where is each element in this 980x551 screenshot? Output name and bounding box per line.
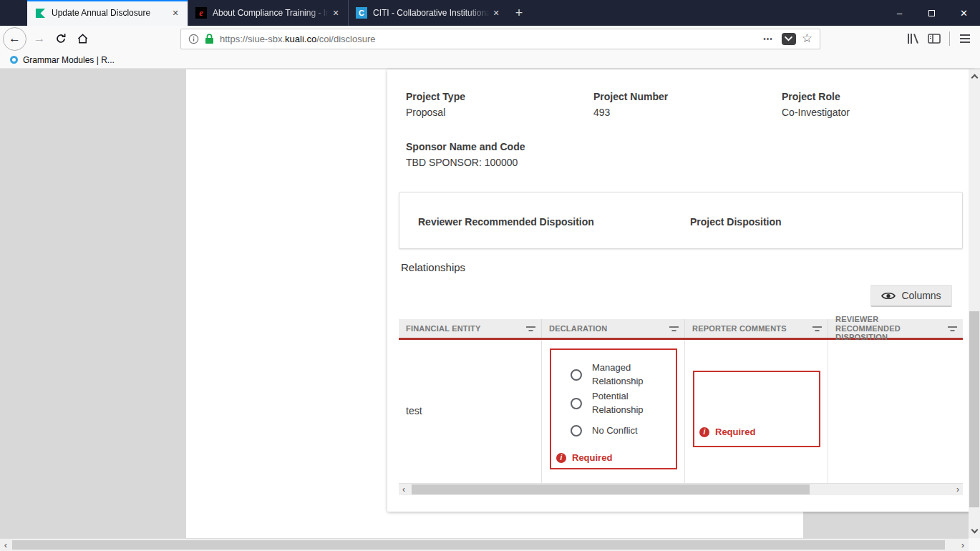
explorer-icon: e: [195, 7, 207, 19]
page-viewport: Project Type Proposal Project Number 493…: [0, 69, 980, 551]
tab-close-icon[interactable]: ✕: [169, 6, 182, 19]
disclosure-card: Project Type Proposal Project Number 493…: [387, 69, 974, 512]
scrollbar-corner: [969, 538, 980, 551]
column-header-declaration: DECLARATION: [542, 319, 685, 338]
page-actions: ••• ☆: [759, 31, 815, 47]
radio-icon[interactable]: [571, 425, 582, 437]
info-icon: i: [699, 427, 709, 437]
field-value: TBD SPONSOR: 100000: [406, 157, 585, 168]
minimize-button[interactable]: –: [883, 0, 916, 26]
bookmarks-bar: Grammar Modules | R...: [0, 52, 980, 69]
columns-button[interactable]: Columns: [870, 285, 952, 307]
reporter-comments-cell[interactable]: i Required: [685, 340, 828, 483]
scroll-left-icon[interactable]: ‹: [399, 484, 409, 495]
radio-option-no-conflict[interactable]: No Conflict: [571, 424, 646, 438]
back-button[interactable]: ←: [3, 27, 26, 51]
field-label: Project Type: [406, 91, 585, 102]
reviewer-recommended-disposition-cell: [828, 340, 963, 483]
pocket-icon[interactable]: [782, 33, 796, 45]
field-label: Project Number: [593, 91, 772, 102]
field-project-number: Project Number 493: [593, 91, 772, 118]
window-controls: – ✕: [883, 0, 980, 26]
browser-window: Update Annual Disclosure ✕ e About Compl…: [0, 0, 980, 551]
declaration-required-box: Managed Relationship Potential Relations…: [550, 348, 677, 469]
financial-entity-cell: test: [399, 340, 542, 483]
tab-title: Update Annual Disclosure: [52, 8, 169, 18]
disposition-panel: Reviewer Recommended Disposition Project…: [399, 192, 963, 249]
bookmark-favicon: [10, 56, 18, 64]
hamburger-icon: [960, 34, 970, 43]
table-horizontal-scrollbar[interactable]: ‹ ›: [399, 484, 963, 495]
column-header-reporter-comments: REPORTER COMMENTS: [685, 319, 828, 338]
horizontal-scrollbar-thumb[interactable]: [12, 540, 945, 550]
scroll-down-icon[interactable]: [969, 525, 980, 537]
menu-icon[interactable]: [954, 28, 976, 49]
radio-icon[interactable]: [571, 369, 582, 381]
content-column: Project Type Proposal Project Number 493…: [186, 69, 803, 538]
new-tab-button[interactable]: +: [508, 0, 530, 26]
tab-title: About Compliance Training - In: [213, 8, 329, 18]
field-label: Project Role: [782, 91, 961, 102]
reviewer-recommended-disposition-label: Reviewer Recommended Disposition: [418, 216, 594, 228]
reload-button[interactable]: [51, 29, 71, 49]
project-disposition-label: Project Disposition: [690, 216, 782, 228]
radio-icon[interactable]: [571, 398, 582, 409]
radio-option-managed-relationship[interactable]: Managed Relationship: [571, 361, 646, 389]
site-info-icon[interactable]: [185, 31, 201, 47]
filter-icon[interactable]: [948, 326, 958, 333]
filter-icon[interactable]: [526, 326, 536, 333]
forward-button[interactable]: →: [29, 29, 49, 49]
scroll-right-icon[interactable]: ›: [957, 539, 969, 551]
table-scrollbar-thumb[interactable]: [412, 484, 810, 494]
bookmark-grammar-modules[interactable]: Grammar Modules | R...: [7, 53, 117, 67]
table-row: test Managed Relationship Potentia: [399, 340, 963, 484]
filter-icon[interactable]: [812, 326, 823, 333]
reporter-comments-required-box[interactable]: i Required: [693, 371, 820, 447]
tab-citi[interactable]: C CITI - Collaborative Institutiona ✕: [348, 0, 508, 26]
field-project-type: Project Type Proposal: [406, 91, 585, 118]
relationships-table: FINANCIAL ENTITY DECLARATION: [399, 319, 963, 495]
field-label: Sponsor Name and Code: [406, 141, 585, 152]
titlebar-drag-space: [0, 0, 27, 26]
relationships-heading: Relationships: [401, 261, 465, 273]
eye-icon: [881, 291, 896, 301]
citi-icon: C: [356, 7, 367, 19]
tab-update-annual-disclosure[interactable]: Update Annual Disclosure ✕: [27, 0, 188, 26]
lock-icon[interactable]: [201, 31, 217, 47]
kuali-icon: [34, 7, 46, 19]
scroll-left-icon[interactable]: ‹: [0, 539, 11, 551]
required-badge: i Required: [556, 452, 612, 463]
tab-close-icon[interactable]: ✕: [329, 6, 342, 19]
field-value: 493: [593, 107, 772, 118]
field-value: Proposal: [406, 107, 585, 118]
table-header-row: FINANCIAL ENTITY DECLARATION: [399, 319, 963, 340]
close-window-button[interactable]: ✕: [948, 0, 980, 26]
sidebar-toggle-icon[interactable]: [923, 28, 945, 49]
bookmark-star-icon[interactable]: ☆: [800, 31, 815, 47]
browser-horizontal-scrollbar[interactable]: ‹ ›: [0, 538, 969, 551]
radio-option-potential-relationship[interactable]: Potential Relationship: [571, 390, 646, 417]
tab-about-compliance-training[interactable]: e About Compliance Training - In ✕: [188, 0, 348, 26]
scroll-up-icon[interactable]: [969, 71, 980, 82]
scroll-right-icon[interactable]: ›: [953, 484, 963, 495]
field-sponsor-name-code: Sponsor Name and Code TBD SPONSOR: 10000…: [406, 141, 585, 168]
navigation-bar: ← → https://siue-sbx.kuali.co/coi/disclo…: [0, 26, 980, 52]
maximize-button[interactable]: [916, 0, 948, 26]
home-button[interactable]: [72, 29, 92, 49]
filter-icon[interactable]: [669, 326, 679, 333]
maximize-icon: [928, 10, 935, 16]
vertical-scrollbar-thumb[interactable]: [969, 311, 979, 507]
field-project-role: Project Role Co-Investigator: [782, 91, 961, 118]
browser-vertical-scrollbar[interactable]: [969, 69, 980, 538]
library-icon[interactable]: [902, 28, 923, 49]
url-text: https://siue-sbx.kuali.co/coi/disclosure: [220, 34, 759, 44]
toolbar-separator: [949, 31, 950, 46]
url-bar[interactable]: https://siue-sbx.kuali.co/coi/disclosure…: [180, 29, 820, 49]
info-icon: i: [556, 453, 566, 463]
page-actions-icon[interactable]: •••: [759, 35, 777, 43]
toolbar-right: [902, 26, 976, 52]
required-badge: i Required: [699, 426, 755, 437]
declaration-cell: Managed Relationship Potential Relations…: [542, 340, 685, 483]
tab-close-icon[interactable]: ✕: [490, 6, 503, 19]
tab-title: CITI - Collaborative Institutiona: [373, 8, 490, 18]
